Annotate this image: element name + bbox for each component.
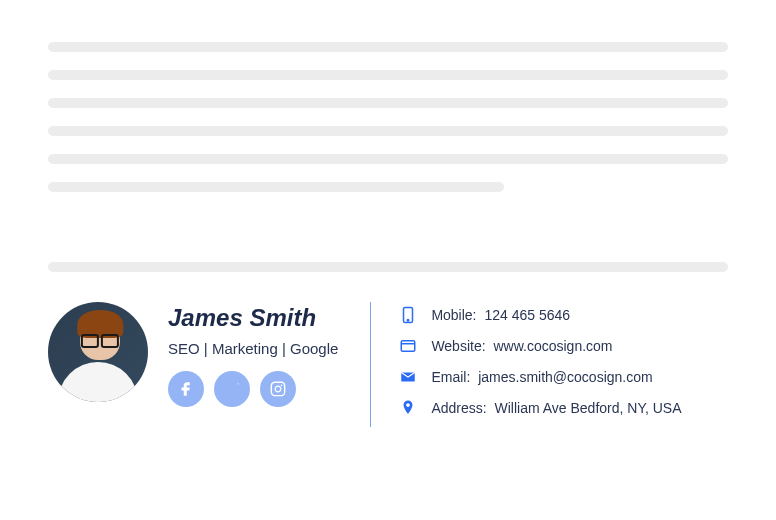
facebook-icon[interactable]: [168, 371, 204, 407]
signature-block: James Smith SEO | Marketing | Google: [48, 302, 728, 427]
mobile-label: Mobile:: [431, 307, 476, 323]
contact-address: Address: William Ave Bedford, NY, USA: [399, 399, 681, 417]
person-title: SEO | Marketing | Google: [168, 340, 338, 357]
placeholder-line: [48, 42, 728, 52]
contact-website: Website: www.cocosign.com: [399, 337, 681, 355]
mobile-icon: [399, 306, 417, 324]
placeholder-line: [48, 98, 728, 108]
email-label: Email:: [431, 369, 470, 385]
mobile-value: 124 465 5646: [484, 307, 570, 323]
instagram-icon[interactable]: [260, 371, 296, 407]
contact-email: Email: james.smith@cocosign.com: [399, 368, 681, 386]
avatar: [48, 302, 148, 402]
contact-details: Mobile: 124 465 5646 Website: www.cocosi…: [399, 302, 681, 417]
placeholder-line: [48, 154, 728, 164]
social-icons: [168, 371, 338, 407]
signature-divider: [48, 262, 728, 272]
email-value: james.smith@cocosign.com: [478, 369, 653, 385]
vertical-divider: [370, 302, 371, 427]
email-signature-card: James Smith SEO | Marketing | Google: [0, 0, 776, 520]
website-value: www.cocosign.com: [493, 338, 612, 354]
address-icon: [399, 399, 417, 417]
website-icon: [399, 337, 417, 355]
placeholder-line: [48, 70, 728, 80]
placeholder-line: [48, 182, 504, 192]
person-info: James Smith SEO | Marketing | Google: [168, 302, 338, 407]
twitter-icon[interactable]: [214, 371, 250, 407]
person-name: James Smith: [168, 304, 338, 332]
email-icon: [399, 368, 417, 386]
address-value: William Ave Bedford, NY, USA: [495, 400, 682, 416]
placeholder-line: [48, 126, 728, 136]
address-label: Address:: [431, 400, 486, 416]
email-body-placeholder: [48, 42, 728, 192]
svg-rect-2: [402, 341, 416, 352]
website-label: Website:: [431, 338, 485, 354]
svg-point-1: [408, 320, 410, 322]
contact-mobile: Mobile: 124 465 5646: [399, 306, 681, 324]
